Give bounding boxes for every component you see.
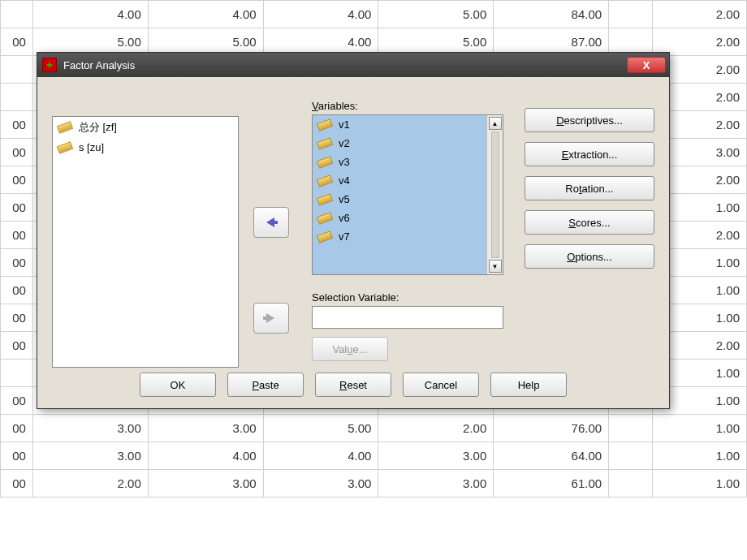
cell[interactable]: 2.00 — [32, 470, 148, 498]
cell[interactable] — [609, 470, 653, 498]
cell[interactable]: 00 — [1, 139, 33, 166]
extraction-button[interactable]: Extraction... — [525, 142, 654, 166]
rotation-button[interactable]: Rotation... — [525, 176, 654, 200]
cell[interactable]: 00 — [1, 415, 33, 442]
cell[interactable]: 00 — [1, 111, 33, 139]
cancel-button[interactable]: Cancel — [403, 373, 479, 397]
scroll-up-button[interactable]: ▲ — [489, 117, 502, 130]
cell[interactable]: 00 — [1, 222, 33, 249]
titlebar: Factor Analysis X — [37, 53, 669, 77]
cell[interactable]: 4.00 — [148, 1, 263, 28]
cell[interactable]: 64.00 — [494, 442, 609, 470]
scale-variable-icon — [317, 137, 333, 150]
list-item[interactable]: v6 — [313, 209, 486, 227]
cell[interactable] — [1, 56, 33, 84]
help-button[interactable]: Help — [490, 373, 567, 397]
app-icon — [42, 58, 57, 72]
transfer-buttons — [253, 207, 289, 334]
cell[interactable]: 3.00 — [378, 442, 494, 470]
cell[interactable]: 3.00 — [148, 415, 263, 442]
list-item[interactable]: 总分 [zf] — [53, 117, 238, 138]
cell[interactable]: 4.00 — [148, 442, 263, 470]
descriptives-button[interactable]: Descriptives... — [525, 108, 654, 132]
cell[interactable] — [1, 1, 33, 28]
cell[interactable]: 00 — [1, 304, 33, 332]
list-item[interactable]: v7 — [313, 227, 486, 246]
list-item[interactable]: s [zu] — [53, 138, 238, 157]
cell[interactable]: 61.00 — [494, 470, 609, 498]
move-to-selection-button[interactable] — [253, 303, 289, 334]
ok-button[interactable]: OK — [140, 373, 216, 397]
cell[interactable]: 2.00 — [378, 415, 494, 442]
cell[interactable] — [609, 415, 653, 442]
scale-variable-icon — [317, 174, 333, 187]
cell[interactable]: 3.00 — [148, 470, 263, 498]
side-button-group: Descriptives... Extraction... Rotation..… — [525, 108, 654, 269]
cell[interactable]: 3.00 — [32, 415, 148, 442]
variables-label: Variables: — [312, 100, 358, 112]
cell[interactable]: 5.00 — [263, 415, 378, 442]
cell[interactable]: 00 — [1, 194, 33, 222]
scale-variable-icon — [57, 121, 73, 134]
arrow-right-icon — [263, 312, 279, 325]
cell[interactable]: 2.00 — [653, 1, 747, 28]
cell[interactable]: 1.00 — [653, 470, 747, 498]
scroll-track[interactable] — [491, 131, 499, 258]
cell[interactable]: 3.00 — [378, 470, 494, 498]
arrow-left-icon — [263, 216, 279, 229]
selection-variable-input[interactable] — [312, 306, 503, 329]
cell[interactable]: 3.00 — [263, 470, 378, 498]
scale-variable-icon — [317, 118, 333, 131]
source-variables-list[interactable]: 总分 [zf]s [zu] — [52, 116, 239, 368]
scroll-down-button[interactable]: ▼ — [489, 260, 502, 273]
factor-analysis-dialog: Factor Analysis X 总分 [zf]s [zu] Variable… — [37, 52, 670, 409]
cell[interactable]: 00 — [1, 249, 33, 277]
cell[interactable]: 00 — [1, 332, 33, 360]
cell[interactable] — [609, 442, 653, 470]
scale-variable-icon — [317, 193, 333, 206]
variables-scrollbar[interactable]: ▲ ▼ — [486, 115, 503, 274]
cell[interactable] — [609, 1, 653, 28]
list-item[interactable]: v5 — [313, 190, 486, 209]
close-button[interactable]: X — [627, 57, 666, 73]
cell[interactable]: 1.00 — [653, 415, 747, 442]
cell[interactable]: 1.00 — [653, 442, 747, 470]
cell[interactable]: 4.00 — [32, 1, 148, 28]
cell[interactable]: 76.00 — [494, 415, 609, 442]
scores-button[interactable]: Scores... — [525, 210, 654, 235]
dialog-body: 总分 [zf]s [zu] Variables: v1v2v3v4v5v6v7 … — [52, 93, 654, 360]
scale-variable-icon — [57, 141, 73, 154]
cell[interactable]: 00 — [1, 442, 33, 470]
options-button[interactable]: Options... — [525, 244, 654, 269]
scale-variable-icon — [317, 156, 333, 169]
cell[interactable]: 5.00 — [378, 1, 494, 28]
scale-variable-icon — [317, 212, 333, 225]
variables-list[interactable]: v1v2v3v4v5v6v7 ▲ ▼ — [312, 114, 503, 275]
selection-variable-label: Selection Variable: — [312, 291, 399, 304]
cell[interactable]: 00 — [1, 277, 33, 304]
list-item[interactable]: v1 — [313, 115, 486, 134]
cell[interactable]: 4.00 — [263, 442, 378, 470]
move-to-source-button[interactable] — [253, 207, 289, 238]
cell[interactable]: 4.00 — [263, 1, 378, 28]
cell[interactable]: 00 — [1, 470, 33, 498]
dialog-button-row: OK Paste Reset Cancel Help — [37, 373, 669, 397]
list-item[interactable]: v2 — [313, 134, 486, 153]
dialog-title: Factor Analysis — [63, 59, 627, 71]
cell[interactable] — [1, 360, 33, 387]
cell[interactable]: 00 — [1, 387, 33, 415]
paste-button[interactable]: Paste — [227, 373, 304, 397]
list-item[interactable]: v3 — [313, 153, 486, 171]
reset-button[interactable]: Reset — [315, 373, 391, 397]
cell[interactable] — [1, 84, 33, 111]
cell[interactable]: 84.00 — [494, 1, 609, 28]
cell[interactable]: 00 — [1, 166, 33, 194]
cell[interactable]: 3.00 — [32, 442, 148, 470]
close-icon: X — [643, 59, 650, 71]
scale-variable-icon — [317, 230, 333, 243]
value-button: Value... — [312, 337, 388, 361]
cell[interactable]: 00 — [1, 28, 33, 56]
list-item[interactable]: v4 — [313, 171, 486, 190]
